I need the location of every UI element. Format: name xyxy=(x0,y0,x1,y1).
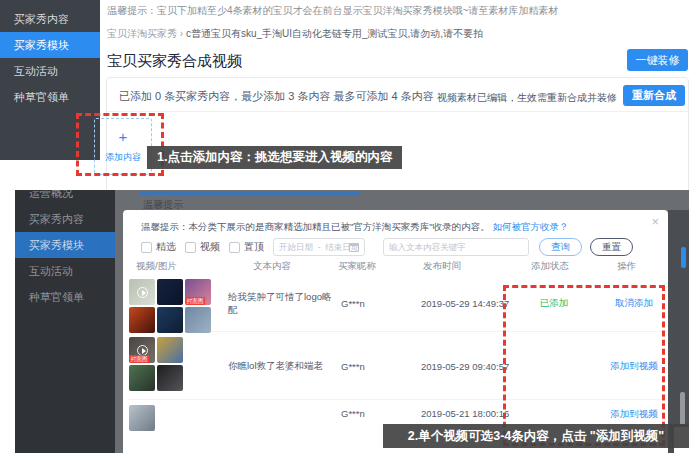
close-icon[interactable]: × xyxy=(651,214,659,229)
checkbox-icon[interactable] xyxy=(185,242,196,253)
one-key-decorate-button[interactable]: 一键装修 xyxy=(627,49,688,71)
col-nick: 买家昵称 xyxy=(338,260,376,273)
cell-text: 你瞧lol救了老婆和端老 xyxy=(228,334,338,399)
sidebar-item-activity[interactable]: 互动活动 xyxy=(0,58,100,84)
compose-video-panel: 已添加 0 条买家秀内容，最少添加 3 条内容 最多可添加 4 条内容 视频素材… xyxy=(106,77,689,190)
thumbnail-image[interactable] xyxy=(129,279,155,305)
sidebar-item-grass[interactable]: 种草官领单 xyxy=(0,84,100,110)
query-button[interactable]: 查询 xyxy=(539,238,582,256)
checkbox-icon[interactable] xyxy=(141,242,152,253)
cell-text: 给我笑肿了可惜了logo略配 xyxy=(228,276,338,331)
thumbnail-image[interactable]: 封面图 xyxy=(185,279,211,305)
page-tip: 温馨提示：宝贝下加精至少4条素材的宝贝才会在前台显示宝贝洋淘买家秀模块哦~请至素… xyxy=(107,4,558,18)
scrollbar-thumb-gray[interactable] xyxy=(680,392,685,425)
thumbnail-image[interactable] xyxy=(129,405,155,431)
scrollbar-thumb-blue[interactable] xyxy=(681,247,686,268)
calendar-icon[interactable] xyxy=(349,243,359,252)
thumbnail-image[interactable] xyxy=(157,337,183,363)
annotation-step-1: 1.点击添加内容：挑选想要进入视频的内容 xyxy=(147,146,402,169)
sidebar-item-content[interactable]: 买家秀内容 xyxy=(0,6,100,32)
thumbnail-image[interactable] xyxy=(157,279,183,305)
play-icon xyxy=(137,287,148,298)
video-status-text: 视频素材已编辑，生效需重新合成并装修 xyxy=(402,91,617,105)
col-status: 添加状态 xyxy=(531,260,569,273)
breadcrumb-current: c普通宝贝有sku_手淘UI自动化老链专用_测试宝贝,请勿动,请不要拍 xyxy=(186,28,483,39)
sidebar2-item-content[interactable]: 买家秀内容 xyxy=(15,206,115,232)
official-collect-link[interactable]: 如何被官方收录？ xyxy=(492,221,568,232)
thumbnail-image[interactable] xyxy=(157,307,183,333)
page-title: 宝贝买家秀合成视频 xyxy=(107,52,242,71)
checkbox-icon[interactable] xyxy=(229,242,240,253)
modal-tip: 温馨提示：本分类下展示的是商家精选加精且已被"官方洋淘买家秀库"收录的内容。 如… xyxy=(141,221,568,234)
filter-bar: 精选 视频 置顶 查询 重置 xyxy=(141,238,633,256)
thumbnail-image[interactable] xyxy=(129,365,155,391)
checkbox-featured-label: 精选 xyxy=(156,240,176,254)
checkbox-pinned[interactable]: 置顶 xyxy=(229,240,264,254)
checkbox-video[interactable]: 视频 xyxy=(185,240,220,254)
sidebar2-item-activity[interactable]: 互动活动 xyxy=(15,258,115,284)
cover-badge: 封面图 xyxy=(185,297,205,305)
annotation-highlight-box-2 xyxy=(503,285,665,446)
top-page: 买家秀内容 买家秀模块 互动活动 种草官领单 温馨提示：宝贝下加精至少4条素材的… xyxy=(0,0,689,190)
cover-badge: 封面图 xyxy=(129,355,149,363)
table-header: 视频/图片 文本内容 买家昵称 发布时间 添加状态 操作 xyxy=(123,258,668,276)
play-icon xyxy=(137,345,148,356)
thumbnail-image[interactable] xyxy=(185,307,211,333)
thumbnail-image[interactable] xyxy=(157,365,183,391)
checkbox-video-label: 视频 xyxy=(200,240,220,254)
added-summary: 已添加 0 条买家秀内容，最少添加 3 条内容 最多可添加 4 条内容 xyxy=(119,89,434,104)
cell-nick: G***n xyxy=(341,276,411,331)
annotation-step-2: 2.单个视频可选3-4条内容，点击 "添加到视频" xyxy=(383,424,689,448)
search-input[interactable] xyxy=(383,238,529,256)
sidebar2-item-module[interactable]: 买家秀模块 xyxy=(15,232,115,258)
media-thumbnails: 封面图 xyxy=(129,337,183,391)
breadcrumb-root[interactable]: 宝贝洋淘买家秀 xyxy=(107,28,177,39)
panel-divider xyxy=(107,111,688,112)
background-tab-underline xyxy=(140,192,360,195)
thumbnail-image[interactable]: 封面图 xyxy=(129,337,155,363)
col-action: 操作 xyxy=(617,260,636,273)
background-sidebar: 运营概况 买家秀内容 买家秀模块 互动活动 种草官领单 xyxy=(15,160,115,453)
content-picker-modal: × 温馨提示：本分类下展示的是商家精选加精且已被"官方洋淘买家秀库"收录的内容。… xyxy=(123,210,668,453)
recompose-button[interactable]: 重新合成 xyxy=(623,85,685,106)
thumbnail-image[interactable] xyxy=(129,307,155,333)
sidebar2-item-grass[interactable]: 种草官领单 xyxy=(15,284,115,310)
col-text: 文本内容 xyxy=(253,260,291,273)
sidebar-item-module[interactable]: 买家秀模块 xyxy=(0,32,100,58)
reset-button[interactable]: 重置 xyxy=(590,238,633,256)
col-time: 发布时间 xyxy=(423,260,461,273)
media-thumbnails: 封面图 xyxy=(129,279,211,333)
breadcrumb-separator: › xyxy=(180,28,183,39)
cell-nick: G***n xyxy=(341,334,411,399)
checkbox-featured[interactable]: 精选 xyxy=(141,240,176,254)
modal-tip-text: 温馨提示：本分类下展示的是商家精选加精且已被"官方洋淘买家秀库"收录的内容。 xyxy=(141,221,490,232)
breadcrumb: 宝贝洋淘买家秀 › c普通宝贝有sku_手淘UI自动化老链专用_测试宝贝,请勿动… xyxy=(107,27,483,41)
col-media: 视频/图片 xyxy=(136,260,177,273)
checkbox-pinned-label: 置顶 xyxy=(244,240,264,254)
media-thumbnails xyxy=(129,405,155,431)
